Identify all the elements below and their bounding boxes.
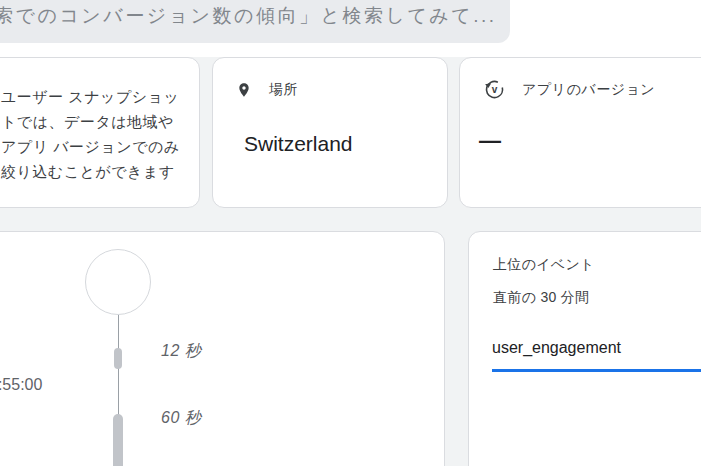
event-bar-indicator: [492, 369, 701, 372]
card-top-events: 上位のイベント 直前の 30 分間 user_engagement: [468, 231, 701, 466]
app-version-value: —: [479, 128, 501, 154]
snapshot-note-line: ユーザー スナップショッ: [1, 84, 199, 109]
location-label: 場所: [269, 81, 298, 99]
top-events-period: 直前の 30 分間: [493, 289, 589, 307]
svg-text:v: v: [492, 84, 498, 95]
engagement-elapsed-time: 0:55:00: [0, 376, 42, 394]
card-app-version: v アプリのバージョン —: [459, 57, 701, 208]
engagement-marker-12s: 12 秒: [161, 341, 201, 362]
snapshot-note-line: アプリ バージョンでのみ: [1, 134, 199, 159]
top-events-title: 上位のイベント: [493, 256, 595, 274]
engagement-segment-short: [114, 348, 122, 369]
suggestion-banner[interactable]: 索でのコンバージョン数の傾向」と検索してみて...: [0, 0, 510, 43]
engagement-segment-long: [113, 414, 123, 466]
card-location: 場所 Switzerland: [212, 57, 448, 208]
engagement-marker-60s: 60 秒: [161, 408, 201, 429]
place-pin-icon: [236, 80, 252, 100]
snapshot-note-line: 絞り込むことができます: [1, 159, 199, 184]
suggestion-banner-text: 索でのコンバージョン数の傾向」と検索してみて...: [0, 3, 497, 29]
location-value: Switzerland: [244, 132, 353, 156]
snapshot-note-line: トでは、データは地域や: [1, 109, 199, 134]
engagement-bubble-circle: [85, 249, 151, 315]
app-version-label: アプリのバージョン: [522, 81, 655, 99]
event-name-link[interactable]: user_engagement: [492, 339, 621, 357]
version-history-icon: v: [483, 78, 506, 101]
card-engagement-visual: 12 秒 60 秒 0:55:00: [0, 231, 445, 466]
card-snapshot-note: ユーザー スナップショッ トでは、データは地域や アプリ バージョンでのみ 絞り…: [0, 57, 200, 208]
